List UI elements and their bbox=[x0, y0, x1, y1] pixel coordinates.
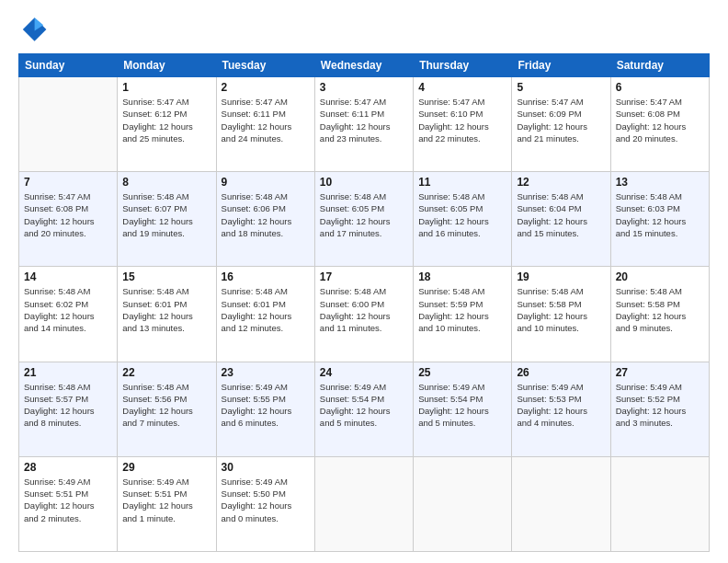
calendar-cell: 17Sunrise: 5:48 AM Sunset: 6:00 PM Dayli… bbox=[314, 267, 413, 362]
day-info: Sunrise: 5:47 AM Sunset: 6:08 PM Dayligh… bbox=[616, 96, 704, 144]
day-info: Sunrise: 5:48 AM Sunset: 5:56 PM Dayligh… bbox=[122, 381, 210, 430]
day-info: Sunrise: 5:48 AM Sunset: 5:58 PM Dayligh… bbox=[517, 285, 605, 334]
day-info: Sunrise: 5:47 AM Sunset: 6:08 PM Dayligh… bbox=[24, 190, 112, 239]
header bbox=[18, 15, 710, 44]
day-info: Sunrise: 5:48 AM Sunset: 6:02 PM Dayligh… bbox=[24, 285, 112, 334]
day-info: Sunrise: 5:48 AM Sunset: 6:00 PM Dayligh… bbox=[320, 285, 408, 334]
day-info: Sunrise: 5:49 AM Sunset: 5:51 PM Dayligh… bbox=[24, 476, 112, 524]
calendar-table: SundayMondayTuesdayWednesdayThursdayFrid… bbox=[18, 53, 710, 552]
calendar-cell: 28Sunrise: 5:49 AM Sunset: 5:51 PM Dayli… bbox=[19, 456, 118, 551]
calendar-cell bbox=[610, 456, 709, 551]
day-number: 26 bbox=[517, 366, 605, 379]
day-number: 22 bbox=[122, 366, 210, 379]
logo bbox=[18, 15, 53, 44]
day-number: 11 bbox=[418, 176, 506, 189]
day-info: Sunrise: 5:47 AM Sunset: 6:12 PM Dayligh… bbox=[122, 96, 210, 144]
calendar-cell bbox=[314, 456, 413, 551]
calendar-cell: 14Sunrise: 5:48 AM Sunset: 6:02 PM Dayli… bbox=[19, 267, 118, 362]
weekday-header-tuesday: Tuesday bbox=[216, 54, 314, 77]
weekday-header-saturday: Saturday bbox=[610, 54, 709, 77]
calendar-cell: 4Sunrise: 5:47 AM Sunset: 6:10 PM Daylig… bbox=[414, 77, 512, 172]
weekday-header-sunday: Sunday bbox=[19, 54, 118, 77]
calendar-cell: 27Sunrise: 5:49 AM Sunset: 5:52 PM Dayli… bbox=[610, 362, 709, 456]
calendar-cell: 26Sunrise: 5:49 AM Sunset: 5:53 PM Dayli… bbox=[512, 362, 610, 456]
day-info: Sunrise: 5:47 AM Sunset: 6:09 PM Dayligh… bbox=[517, 96, 605, 144]
day-info: Sunrise: 5:49 AM Sunset: 5:52 PM Dayligh… bbox=[616, 381, 704, 430]
day-number: 18 bbox=[418, 270, 506, 283]
day-info: Sunrise: 5:48 AM Sunset: 5:58 PM Dayligh… bbox=[616, 285, 704, 334]
day-number: 23 bbox=[222, 366, 310, 379]
day-info: Sunrise: 5:49 AM Sunset: 5:53 PM Dayligh… bbox=[517, 381, 605, 430]
day-info: Sunrise: 5:48 AM Sunset: 6:05 PM Dayligh… bbox=[320, 190, 408, 239]
calendar-cell: 10Sunrise: 5:48 AM Sunset: 6:05 PM Dayli… bbox=[314, 172, 413, 267]
calendar-cell: 25Sunrise: 5:49 AM Sunset: 5:54 PM Dayli… bbox=[414, 362, 512, 456]
calendar-cell: 15Sunrise: 5:48 AM Sunset: 6:01 PM Dayli… bbox=[118, 267, 216, 362]
day-info: Sunrise: 5:48 AM Sunset: 6:06 PM Dayligh… bbox=[222, 190, 310, 239]
calendar-cell: 3Sunrise: 5:47 AM Sunset: 6:11 PM Daylig… bbox=[314, 77, 413, 172]
calendar-cell: 18Sunrise: 5:48 AM Sunset: 5:59 PM Dayli… bbox=[414, 267, 512, 362]
calendar-cell: 12Sunrise: 5:48 AM Sunset: 6:04 PM Dayli… bbox=[512, 172, 610, 267]
weekday-header-row: SundayMondayTuesdayWednesdayThursdayFrid… bbox=[19, 54, 710, 77]
day-info: Sunrise: 5:48 AM Sunset: 6:03 PM Dayligh… bbox=[616, 190, 704, 239]
day-number: 25 bbox=[418, 366, 506, 379]
day-info: Sunrise: 5:47 AM Sunset: 6:11 PM Dayligh… bbox=[320, 96, 408, 144]
day-info: Sunrise: 5:48 AM Sunset: 6:07 PM Dayligh… bbox=[122, 190, 210, 239]
day-info: Sunrise: 5:49 AM Sunset: 5:54 PM Dayligh… bbox=[320, 381, 408, 430]
day-number: 30 bbox=[222, 461, 310, 474]
day-number: 6 bbox=[616, 81, 704, 94]
day-info: Sunrise: 5:49 AM Sunset: 5:55 PM Dayligh… bbox=[222, 381, 310, 430]
calendar-cell bbox=[512, 456, 610, 551]
calendar-cell: 19Sunrise: 5:48 AM Sunset: 5:58 PM Dayli… bbox=[512, 267, 610, 362]
day-number: 9 bbox=[222, 176, 310, 189]
day-number: 13 bbox=[616, 176, 704, 189]
calendar-week-row: 1Sunrise: 5:47 AM Sunset: 6:12 PM Daylig… bbox=[19, 77, 710, 172]
page: SundayMondayTuesdayWednesdayThursdayFrid… bbox=[0, 0, 728, 563]
calendar-week-row: 7Sunrise: 5:47 AM Sunset: 6:08 PM Daylig… bbox=[19, 172, 710, 267]
day-number: 12 bbox=[517, 176, 605, 189]
calendar-cell: 13Sunrise: 5:48 AM Sunset: 6:03 PM Dayli… bbox=[610, 172, 709, 267]
calendar-cell: 9Sunrise: 5:48 AM Sunset: 6:06 PM Daylig… bbox=[216, 172, 314, 267]
weekday-header-thursday: Thursday bbox=[414, 54, 512, 77]
day-number: 28 bbox=[24, 461, 112, 474]
calendar-week-row: 28Sunrise: 5:49 AM Sunset: 5:51 PM Dayli… bbox=[19, 456, 710, 551]
calendar-cell bbox=[414, 456, 512, 551]
logo-icon bbox=[18, 15, 48, 44]
day-number: 19 bbox=[517, 270, 605, 283]
weekday-header-monday: Monday bbox=[118, 54, 216, 77]
day-info: Sunrise: 5:48 AM Sunset: 6:04 PM Dayligh… bbox=[517, 190, 605, 239]
calendar-cell: 30Sunrise: 5:49 AM Sunset: 5:50 PM Dayli… bbox=[216, 456, 314, 551]
day-number: 24 bbox=[320, 366, 408, 379]
day-info: Sunrise: 5:48 AM Sunset: 5:57 PM Dayligh… bbox=[24, 381, 112, 430]
day-number: 10 bbox=[320, 176, 408, 189]
day-number: 4 bbox=[418, 81, 506, 94]
day-number: 27 bbox=[616, 366, 704, 379]
svg-marker-0 bbox=[23, 17, 47, 41]
day-info: Sunrise: 5:49 AM Sunset: 5:54 PM Dayligh… bbox=[418, 381, 506, 430]
day-number: 5 bbox=[517, 81, 605, 94]
calendar-cell: 29Sunrise: 5:49 AM Sunset: 5:51 PM Dayli… bbox=[118, 456, 216, 551]
day-number: 2 bbox=[222, 81, 310, 94]
day-info: Sunrise: 5:49 AM Sunset: 5:50 PM Dayligh… bbox=[222, 476, 310, 524]
day-number: 3 bbox=[320, 81, 408, 94]
weekday-header-wednesday: Wednesday bbox=[314, 54, 413, 77]
calendar-cell: 2Sunrise: 5:47 AM Sunset: 6:11 PM Daylig… bbox=[216, 77, 314, 172]
calendar-cell: 8Sunrise: 5:48 AM Sunset: 6:07 PM Daylig… bbox=[118, 172, 216, 267]
calendar-cell: 21Sunrise: 5:48 AM Sunset: 5:57 PM Dayli… bbox=[19, 362, 118, 456]
day-info: Sunrise: 5:48 AM Sunset: 6:01 PM Dayligh… bbox=[122, 285, 210, 334]
calendar-cell: 1Sunrise: 5:47 AM Sunset: 6:12 PM Daylig… bbox=[118, 77, 216, 172]
calendar-cell: 6Sunrise: 5:47 AM Sunset: 6:08 PM Daylig… bbox=[610, 77, 709, 172]
calendar-cell: 24Sunrise: 5:49 AM Sunset: 5:54 PM Dayli… bbox=[314, 362, 413, 456]
day-number: 20 bbox=[616, 270, 704, 283]
calendar-cell: 20Sunrise: 5:48 AM Sunset: 5:58 PM Dayli… bbox=[610, 267, 709, 362]
day-number: 7 bbox=[24, 176, 112, 189]
day-number: 15 bbox=[122, 270, 210, 283]
calendar-week-row: 14Sunrise: 5:48 AM Sunset: 6:02 PM Dayli… bbox=[19, 267, 710, 362]
calendar-body: 1Sunrise: 5:47 AM Sunset: 6:12 PM Daylig… bbox=[19, 77, 710, 552]
day-info: Sunrise: 5:48 AM Sunset: 5:59 PM Dayligh… bbox=[418, 285, 506, 334]
calendar-week-row: 21Sunrise: 5:48 AM Sunset: 5:57 PM Dayli… bbox=[19, 362, 710, 456]
calendar-cell: 16Sunrise: 5:48 AM Sunset: 6:01 PM Dayli… bbox=[216, 267, 314, 362]
calendar-cell bbox=[19, 77, 118, 172]
day-info: Sunrise: 5:47 AM Sunset: 6:11 PM Dayligh… bbox=[222, 96, 310, 144]
day-info: Sunrise: 5:47 AM Sunset: 6:10 PM Dayligh… bbox=[418, 96, 506, 144]
day-number: 14 bbox=[24, 270, 112, 283]
